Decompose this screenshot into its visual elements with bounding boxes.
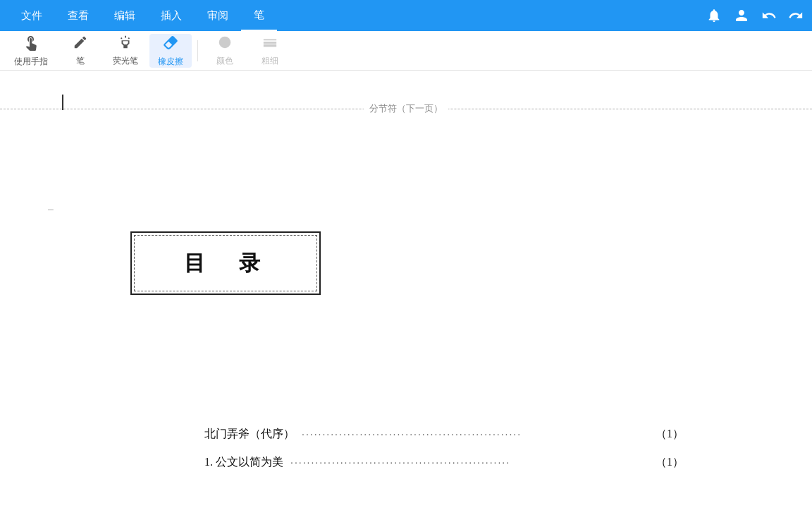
- content-area[interactable]: 分节符（下一页） – 目 录 北门弄斧（代序） ················…: [0, 71, 812, 508]
- toc-entry-0-page: （1）: [656, 427, 684, 442]
- tool-use-finger[interactable]: 使用手指: [6, 34, 56, 68]
- toc-box-inner: 目 录: [130, 231, 321, 295]
- section-break-label: 分节符（下一页）: [364, 102, 448, 115]
- nav-item-insert[interactable]: 插入: [148, 0, 195, 31]
- highlighter-icon: [118, 35, 133, 54]
- tool-highlighter[interactable]: 荧光笔: [104, 34, 147, 68]
- svg-point-0: [219, 36, 231, 48]
- nav-item-file[interactable]: 文件: [8, 0, 55, 31]
- bell-icon[interactable]: [706, 8, 722, 23]
- nav-item-pen[interactable]: 笔: [241, 0, 277, 31]
- user-avatar[interactable]: [733, 7, 750, 24]
- undo-button[interactable]: [761, 8, 777, 23]
- thickness-label: 粗细: [262, 55, 278, 67]
- toc-entry-0-dots: ········································…: [297, 428, 653, 440]
- page-content: 分节符（下一页） – 目 录 北门弄斧（代序） ················…: [0, 71, 812, 508]
- tool-eraser[interactable]: 橡皮擦: [149, 34, 192, 68]
- toc-entry-1-title: 1. 公文以简为美: [204, 455, 283, 470]
- toc-entry-1-page: （1）: [656, 455, 684, 470]
- color-icon: [217, 35, 233, 54]
- svg-rect-3: [264, 44, 276, 47]
- toc-title-box: 目 录: [130, 231, 321, 295]
- tool-pen[interactable]: 笔: [59, 34, 102, 68]
- toolbar: 使用手指 笔 荧光笔 橡皮擦: [0, 31, 812, 71]
- section-break: 分节符（下一页）: [0, 102, 812, 115]
- svg-rect-1: [264, 39, 276, 40]
- highlighter-label: 荧光笔: [113, 55, 138, 67]
- nav-right-icons: [706, 7, 804, 24]
- finger-icon: [23, 34, 39, 54]
- top-nav-bar: 文件 查看 编辑 插入 审阅 笔: [0, 0, 812, 31]
- eraser-label: 橡皮擦: [158, 56, 183, 68]
- toc-entry-0: 北门弄斧（代序） ·······························…: [204, 427, 684, 442]
- color-label: 颜色: [216, 55, 233, 67]
- redo-button[interactable]: [788, 8, 804, 23]
- toc-entry-1: 1. 公文以简为美 ······························…: [204, 455, 684, 470]
- small-dash-decoration: –: [48, 203, 54, 214]
- toc-entry-0-title: 北门弄斧（代序）: [204, 427, 295, 442]
- pen-icon: [73, 35, 88, 54]
- tool-thickness: 粗细: [249, 34, 291, 68]
- toc-entry-1-dots: ········································…: [286, 456, 653, 468]
- pen-label: 笔: [76, 55, 85, 67]
- toolbar-separator: [197, 40, 198, 61]
- svg-rect-2: [264, 42, 276, 44]
- eraser-icon: [162, 34, 179, 54]
- nav-item-view[interactable]: 查看: [55, 0, 102, 31]
- finger-label: 使用手指: [14, 56, 48, 68]
- thickness-icon: [262, 35, 278, 54]
- nav-item-edit[interactable]: 编辑: [102, 0, 148, 31]
- tool-color: 颜色: [204, 34, 246, 68]
- nav-item-review[interactable]: 审阅: [195, 0, 241, 31]
- toc-title-text: 目 录: [177, 249, 274, 278]
